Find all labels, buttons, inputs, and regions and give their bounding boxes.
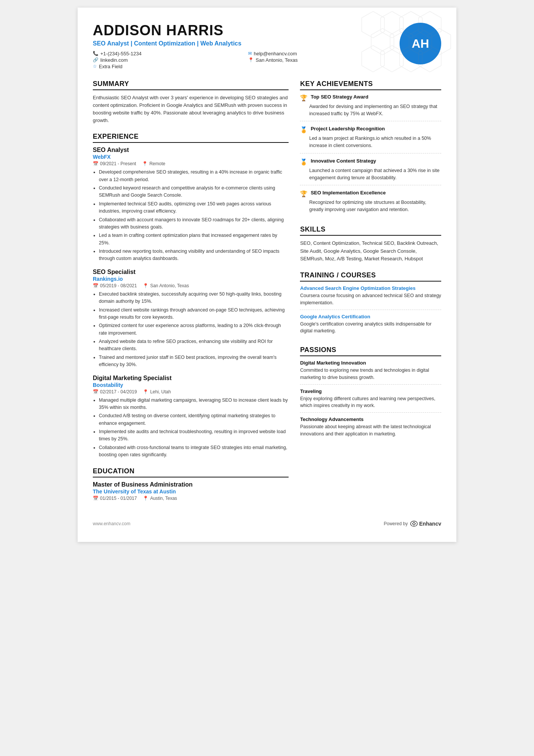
location-contact: 📍 San Antonio, Texas	[248, 57, 392, 63]
passion-3-desc: Passionate about keeping abreast with th…	[300, 423, 441, 438]
achievement-4-header: 🏆 SEO Implementation Excellence	[300, 190, 441, 197]
candidate-title: SEO Analyst | Content Optimization | Web…	[93, 40, 392, 47]
edu-date: 📅 01/2015 - 01/2017	[93, 496, 137, 501]
list-item: Trained and mentored junior staff in SEO…	[99, 354, 289, 369]
candidate-name: ADDISON HARRIS	[93, 23, 392, 39]
training-2-title: Google Analytics Certification	[300, 314, 441, 319]
achievements-section: KEY ACHIEVEMENTS 🏆 Top SEO Strategy Awar…	[300, 80, 441, 217]
passions-section: PASSIONS Digital Marketing Innovation Co…	[300, 346, 441, 441]
education-section: EDUCATION Master of Business Administrat…	[93, 467, 289, 501]
job-3-company: Boostability	[93, 382, 289, 388]
linkedin-icon: 🔗	[93, 57, 98, 63]
list-item: Implemented site audits and technical tr…	[99, 428, 289, 443]
education-item-1: Master of Business Administration The Un…	[93, 481, 289, 501]
training-2-desc: Google's certification covering analytic…	[300, 321, 441, 335]
list-item: Implemented technical SEO audits, optimi…	[99, 200, 289, 215]
brand-name: Enhancv	[419, 521, 441, 527]
email-contact: ✉ help@enhancv.com	[248, 51, 392, 56]
phone-text: +1-(234)-555-1234	[100, 51, 142, 56]
calendar-icon: 📅	[93, 389, 98, 394]
list-item: Conducted keyword research and competiti…	[99, 185, 289, 199]
job-2: SEO Specialist Rankings.io 📅 05/2019 - 0…	[93, 269, 289, 369]
email-icon: ✉	[248, 51, 252, 56]
main-content: SUMMARY Enthusiastic SEO Analyst with ov…	[93, 80, 441, 509]
location-icon-1: 📍	[142, 161, 148, 166]
job-2-date: 📅 05/2019 - 08/2021	[93, 283, 137, 288]
list-item: Executed backlink strategies, successful…	[99, 291, 289, 305]
training-1-desc: Coursera course focusing on advanced tec…	[300, 292, 441, 307]
star-icon: ☆	[93, 64, 97, 69]
achievement-1-text: Awarded for devising and implementing an…	[300, 103, 441, 117]
achievement-3-title: Innovative Content Strategy	[311, 158, 376, 164]
enhancv-logo: Enhancv	[410, 521, 441, 527]
achievement-1: 🏆 Top SEO Strategy Award Awarded for dev…	[300, 94, 441, 122]
summary-text: Enthusiastic SEO Analyst with over 3 yea…	[93, 94, 289, 125]
page-footer: www.enhancv.com Powered by Enhancv	[93, 517, 441, 527]
header-info: ADDISON HARRIS SEO Analyst | Content Opt…	[93, 23, 392, 69]
list-item: Optimized content for user experience ac…	[99, 322, 289, 337]
linkedin-text: linkedin.com	[100, 57, 128, 63]
left-column: SUMMARY Enthusiastic SEO Analyst with ov…	[93, 80, 289, 509]
achievement-1-title: Top SEO Strategy Award	[311, 94, 368, 100]
trophy-icon-2: 🏆	[300, 190, 308, 197]
calendar-icon: 📅	[93, 496, 98, 501]
training-title: TRAINING / COURSES	[300, 271, 441, 282]
training-1-title: Advanced Search Engine Optimization Stra…	[300, 285, 441, 291]
edu-meta: 📅 01/2015 - 01/2017 📍 Austin, Texas	[93, 496, 289, 501]
job-1-bullets: Developed comprehensive SEO strategies, …	[93, 169, 289, 263]
right-column: KEY ACHIEVEMENTS 🏆 Top SEO Strategy Awar…	[300, 80, 441, 509]
list-item: Conducted A/B testing on diverse content…	[99, 412, 289, 427]
list-item: Introduced new reporting tools, enhancin…	[99, 248, 289, 263]
list-item: Collaborated with cross-functional teams…	[99, 444, 289, 459]
summary-section: SUMMARY Enthusiastic SEO Analyst with ov…	[93, 80, 289, 125]
enhancv-symbol	[410, 521, 418, 527]
passion-1: Digital Marketing Innovation Committed t…	[300, 360, 441, 385]
avatar: AH	[400, 23, 441, 64]
job-1: SEO Analyst WebFX 📅 09/2021 - Present 📍 …	[93, 147, 289, 263]
list-item: Led a team in crafting content optimizat…	[99, 232, 289, 247]
contact-info: 📞 +1-(234)-555-1234 ✉ help@enhancv.com 🔗…	[93, 51, 392, 69]
list-item: Increased client website rankings throug…	[99, 307, 289, 321]
achievement-2: 🏅 Project Leadership Recognition Led a t…	[300, 126, 441, 153]
experience-title: EXPERIENCE	[93, 133, 289, 143]
passion-1-title: Digital Marketing Innovation	[300, 360, 441, 366]
list-item: Analyzed website data to refine SEO prac…	[99, 338, 289, 353]
location-icon: 📍	[248, 57, 254, 63]
email-text: help@enhancv.com	[254, 51, 297, 56]
passions-title: PASSIONS	[300, 346, 441, 356]
job-1-title: SEO Analyst	[93, 147, 289, 153]
job-3-meta: 📅 02/2017 - 04/2019 📍 Lehi, Utah	[93, 389, 289, 394]
achievement-4: 🏆 SEO Implementation Excellence Recogniz…	[300, 190, 441, 217]
experience-section: EXPERIENCE SEO Analyst WebFX 📅 09/2021 -…	[93, 133, 289, 459]
footer-website: www.enhancv.com	[93, 521, 130, 526]
achievement-3-text: Launched a content campaign that achieve…	[300, 167, 441, 182]
passion-3: Technology Advancements Passionate about…	[300, 416, 441, 441]
job-2-company: Rankings.io	[93, 276, 289, 282]
phone-contact: 📞 +1-(234)-555-1234	[93, 51, 237, 56]
school-name: The University of Texas at Austin	[93, 488, 289, 495]
list-item: Collaborated with account managers to in…	[99, 216, 289, 231]
footer-brand: Powered by Enhancv	[384, 521, 441, 527]
job-1-location: 📍 Remote	[142, 161, 165, 166]
job-3-location: 📍 Lehi, Utah	[143, 389, 171, 394]
achievement-2-title: Project Leadership Recognition	[311, 126, 385, 131]
job-3-bullets: Managed multiple digital marketing campa…	[93, 397, 289, 459]
passion-2: Traveling Enjoy exploring different cult…	[300, 388, 441, 413]
avatar-initials: AH	[412, 37, 429, 51]
skills-title: SKILLS	[300, 225, 441, 236]
job-3-date: 📅 02/2017 - 04/2019	[93, 389, 137, 394]
passion-2-desc: Enjoy exploring different cultures and l…	[300, 395, 441, 410]
job-3: Digital Marketing Specialist Boostabilit…	[93, 375, 289, 459]
calendar-icon: 📅	[93, 161, 98, 166]
medal-icon-2: 🏅	[300, 158, 308, 166]
summary-title: SUMMARY	[93, 80, 289, 90]
passion-2-title: Traveling	[300, 388, 441, 394]
location-icon-3: 📍	[143, 389, 148, 394]
job-1-company: WebFX	[93, 154, 289, 160]
phone-icon: 📞	[93, 51, 98, 56]
degree-title: Master of Business Administration	[93, 481, 289, 488]
achievement-2-text: Led a team project at Rankings.io which …	[300, 135, 441, 149]
list-item: Developed comprehensive SEO strategies, …	[99, 169, 289, 183]
linkedin-contact: 🔗 linkedin.com	[93, 57, 237, 63]
job-2-bullets: Executed backlink strategies, successful…	[93, 291, 289, 369]
